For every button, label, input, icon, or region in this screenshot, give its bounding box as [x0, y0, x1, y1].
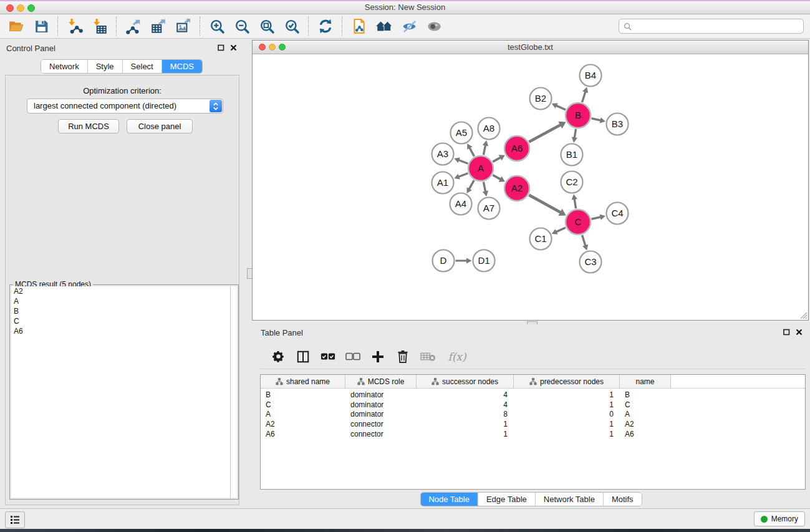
minimize-window-button[interactable] — [17, 4, 24, 12]
delete-table-button[interactable] — [418, 347, 437, 366]
network-window-titlebar[interactable]: testGlobe.txt — [253, 41, 808, 54]
tab-style[interactable]: Style — [87, 60, 122, 73]
tab-mcds[interactable]: MCDS — [162, 60, 202, 73]
graph-node-A[interactable]: A — [468, 156, 493, 181]
export-image-button[interactable] — [171, 16, 196, 36]
table-row[interactable]: Bdominator41B — [261, 390, 805, 400]
graph-edge-A-A6[interactable] — [493, 155, 504, 162]
maximize-network-window-button[interactable] — [279, 44, 286, 51]
run-mcds-button[interactable]: Run MCDS — [58, 119, 119, 133]
show-panels-button[interactable] — [5, 511, 25, 528]
graph-node-A4[interactable]: A4 — [450, 193, 472, 215]
graph-node-C3[interactable]: C3 — [580, 251, 602, 273]
graph-node-A8[interactable]: A8 — [478, 118, 500, 140]
graph-node-B2[interactable]: B2 — [530, 88, 552, 110]
close-network-window-button[interactable] — [259, 44, 266, 51]
graph-node-D1[interactable]: D1 — [473, 250, 495, 272]
deselect-all-button[interactable] — [344, 347, 362, 366]
graph-edge-B-B4[interactable] — [582, 87, 589, 102]
graph-edge-B-B2[interactable] — [552, 103, 566, 110]
tab-motifs[interactable]: Motifs — [603, 493, 642, 506]
new-network-from-selection-button[interactable] — [347, 16, 372, 36]
graph-edge-B-B3[interactable] — [591, 117, 605, 123]
graph-edge-A-A7[interactable] — [483, 182, 488, 196]
graph-edge-A2-C[interactable] — [529, 195, 566, 216]
close-table-panel-icon[interactable] — [796, 329, 803, 336]
show-all-button[interactable] — [422, 16, 446, 36]
export-table-button[interactable] — [146, 16, 171, 36]
close-panel-icon[interactable] — [230, 44, 237, 51]
graph-edge-C-C3[interactable] — [582, 235, 589, 250]
close-window-button[interactable] — [6, 4, 14, 12]
search-input[interactable] — [635, 20, 803, 32]
graph-node-C4[interactable]: C4 — [607, 203, 629, 225]
home-button[interactable] — [372, 16, 397, 36]
tab-select[interactable]: Select — [122, 60, 162, 73]
float-panel-icon[interactable] — [218, 44, 224, 51]
graph-edge-A-A1[interactable] — [454, 173, 468, 180]
column-header-shared-name[interactable]: shared name — [261, 375, 345, 388]
table-row[interactable]: A6connector11A6 — [261, 429, 805, 439]
network-canvas[interactable]: AA6A2BCA5A8A3A1A4A7B2B4B3B1C2C4C1C3DD1 — [253, 54, 808, 320]
graph-edge-A-A8[interactable] — [483, 140, 488, 155]
import-table-button[interactable] — [87, 16, 112, 36]
new-column-button[interactable] — [369, 347, 387, 366]
graph-edge-C-C4[interactable] — [591, 214, 605, 220]
mcds-result-item[interactable]: A6 — [11, 326, 237, 336]
tab-network[interactable]: Network — [41, 60, 87, 73]
column-header-predecessor-nodes[interactable]: predecessor nodes — [514, 375, 620, 388]
delete-columns-button[interactable] — [393, 347, 412, 366]
select-all-button[interactable] — [319, 347, 337, 366]
graph-edge-A-A2[interactable] — [493, 175, 504, 182]
graph-node-B1[interactable]: B1 — [561, 144, 583, 166]
table-row[interactable]: Cdominator41C — [261, 400, 805, 410]
column-header-mcds-role[interactable]: MCDS role — [345, 375, 417, 388]
column-header-successor-nodes[interactable]: successor nodes — [417, 375, 514, 388]
graph-node-D[interactable]: D — [433, 250, 455, 272]
graph-node-B4[interactable]: B4 — [580, 65, 602, 87]
graph-edge-C-C1[interactable] — [552, 228, 566, 235]
close-panel-button[interactable]: Close panel — [127, 119, 193, 133]
import-network-button[interactable] — [62, 16, 87, 36]
maximize-window-button[interactable] — [27, 4, 35, 12]
graph-node-A3[interactable]: A3 — [432, 143, 454, 165]
tab-node-table[interactable]: Node Table — [420, 493, 478, 506]
search-field[interactable] — [619, 19, 804, 34]
graph-node-A7[interactable]: A7 — [478, 198, 500, 220]
minimize-network-window-button[interactable] — [269, 44, 276, 51]
memory-button[interactable]: Memory — [754, 511, 805, 526]
zoom-fit-button[interactable] — [254, 16, 279, 36]
graph-node-C[interactable]: C — [566, 210, 591, 235]
mcds-result-item[interactable]: B — [11, 306, 237, 316]
graph-edge-A6-B[interactable] — [529, 122, 566, 142]
table-row[interactable]: Adominator80A — [261, 409, 805, 419]
refresh-button[interactable] — [313, 16, 338, 36]
graph-node-A6[interactable]: A6 — [504, 136, 529, 161]
graph-node-A2[interactable]: A2 — [504, 176, 529, 201]
show-columns-button[interactable] — [294, 347, 312, 366]
graph-edge-A-A4[interactable] — [467, 180, 475, 193]
float-table-panel-icon[interactable] — [783, 329, 790, 336]
function-builder-button[interactable]: f(x) — [443, 347, 471, 366]
graph-node-C2[interactable]: C2 — [561, 172, 583, 193]
open-file-button[interactable] — [4, 16, 29, 36]
hide-selected-button[interactable] — [397, 16, 422, 36]
graph-node-C1[interactable]: C1 — [530, 228, 552, 250]
export-network-button[interactable] — [121, 16, 146, 36]
column-header-name[interactable]: name — [620, 375, 671, 388]
graph-node-A1[interactable]: A1 — [432, 172, 454, 194]
graph-edge-A-A3[interactable] — [454, 157, 468, 163]
graph-edge-A-A5[interactable] — [467, 143, 474, 157]
table-row[interactable]: A2connector11A2 — [261, 419, 805, 429]
mcds-result-list[interactable]: A2ABCA6 — [11, 286, 237, 498]
zoom-in-button[interactable] — [205, 16, 229, 36]
zoom-out-button[interactable] — [229, 16, 254, 36]
tab-edge-table[interactable]: Edge Table — [478, 493, 535, 506]
list-scrollbar[interactable] — [230, 286, 237, 498]
resize-grip-icon[interactable] — [799, 311, 808, 319]
graph-node-A5[interactable]: A5 — [451, 122, 473, 144]
table-options-button[interactable] — [269, 347, 287, 366]
save-session-button[interactable] — [29, 16, 54, 36]
graph-edge-B-B1[interactable] — [572, 129, 577, 143]
zoom-selected-button[interactable] — [279, 16, 304, 36]
